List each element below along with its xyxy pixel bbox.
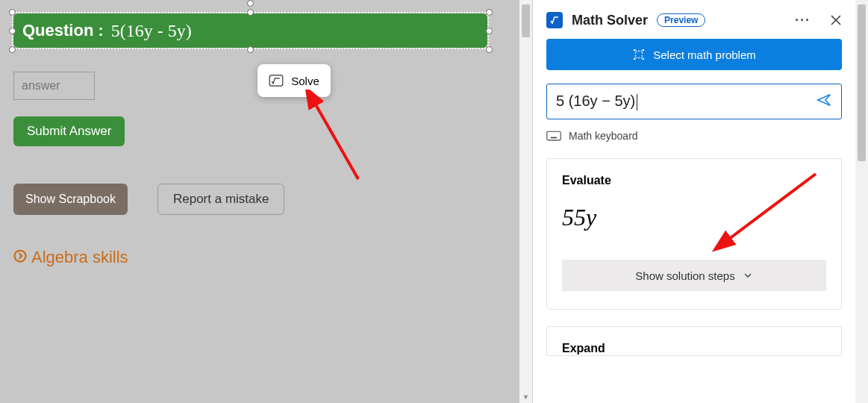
select-math-problem-label: Select math problem <box>653 49 756 61</box>
expand-title: Expand <box>562 342 605 354</box>
keyboard-icon <box>546 131 561 141</box>
send-icon <box>816 92 832 108</box>
expand-card: Expand <box>546 326 842 356</box>
algebra-skills-label: Algebra skills <box>31 248 128 267</box>
chevron-right-icon <box>13 248 27 267</box>
math-solver-pane: Math Solver Preview ··· Select math prob… <box>533 0 868 403</box>
svg-rect-6 <box>547 131 561 140</box>
selection-rotate-handle[interactable] <box>247 0 254 7</box>
report-mistake-button[interactable]: Report a mistake <box>157 184 285 215</box>
svg-point-0 <box>15 251 26 262</box>
expression-text: 5 (16y − 5y) <box>556 93 816 110</box>
math-keyboard-button[interactable]: Math keyboard <box>546 130 842 142</box>
scroll-thumb[interactable] <box>522 4 530 37</box>
svg-rect-5 <box>636 51 643 58</box>
crop-selection-icon <box>632 48 646 61</box>
annotation-arrow-icon <box>299 90 373 187</box>
question-label: Question : <box>22 21 104 40</box>
submit-answer-button[interactable]: Submit Answer <box>13 116 125 146</box>
left-pane-scrollbar[interactable]: ▲ ▼ <box>519 0 532 403</box>
selection-handle[interactable] <box>9 46 16 53</box>
show-solution-steps-button[interactable]: Show solution steps <box>562 260 826 291</box>
selection-handle[interactable] <box>486 9 493 16</box>
scroll-thumb[interactable] <box>858 4 866 161</box>
show-steps-label: Show solution steps <box>635 269 734 282</box>
math-keyboard-label: Math keyboard <box>569 130 638 142</box>
preview-badge: Preview <box>657 13 705 27</box>
svg-line-2 <box>313 101 358 179</box>
evaluate-card: Evaluate 55y Show solution steps <box>546 158 842 310</box>
solver-header: Math Solver Preview ··· <box>533 0 855 39</box>
more-options-button[interactable]: ··· <box>795 13 811 28</box>
select-math-problem-button[interactable]: Select math problem <box>546 39 842 70</box>
question-bar: Question : 5(16y - 5y) <box>13 13 487 48</box>
solve-popup-label: Solve <box>291 75 319 87</box>
worksheet-pane: Question : 5(16y - 5y) Submit Answer Sho… <box>0 0 519 403</box>
solver-title: Math Solver <box>572 13 648 28</box>
close-icon <box>830 14 842 26</box>
chevron-down-icon <box>743 270 753 281</box>
close-button[interactable] <box>830 14 842 26</box>
radical-icon <box>269 75 284 87</box>
solver-scrollbar[interactable] <box>855 0 868 403</box>
send-expression-button[interactable] <box>816 92 832 111</box>
algebra-skills-link[interactable]: Algebra skills <box>13 248 506 267</box>
expression-input[interactable]: 5 (16y − 5y) <box>546 84 842 119</box>
selection-handle[interactable] <box>486 46 493 53</box>
evaluate-result: 55y <box>562 204 826 231</box>
solve-popup-button[interactable]: Solve <box>257 64 331 97</box>
svg-rect-1 <box>269 75 283 86</box>
evaluate-title: Evaluate <box>562 174 826 187</box>
scroll-down-icon[interactable]: ▼ <box>519 390 532 403</box>
answer-input[interactable] <box>13 72 95 100</box>
question-expression: 5(16y - 5y) <box>111 21 192 41</box>
math-solver-app-icon <box>546 12 563 28</box>
show-scrapbook-button[interactable]: Show Scrapbook <box>13 184 128 215</box>
